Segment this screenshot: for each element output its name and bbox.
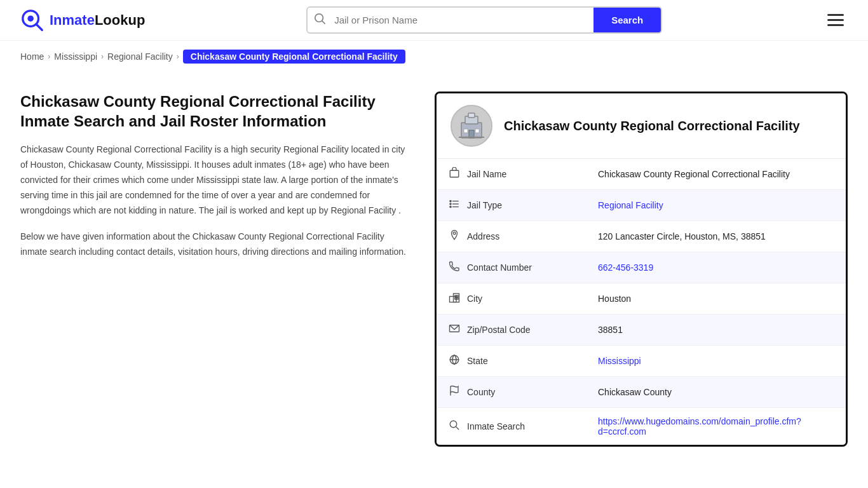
row-icon-1 bbox=[448, 198, 461, 212]
label-cell-1: Jail Type bbox=[437, 190, 587, 221]
breadcrumb-mississippi[interactable]: Mississippi bbox=[54, 51, 97, 62]
main-content: Chickasaw County Regional Correctional F… bbox=[0, 72, 868, 466]
value-link-8[interactable]: https://www.hugedomains.com/domain_profi… bbox=[598, 416, 801, 437]
label-cell-8: Inmate Search bbox=[437, 408, 587, 445]
breadcrumb-sep-3: › bbox=[177, 52, 179, 61]
svg-point-18 bbox=[450, 206, 451, 207]
value-cell-7: Chickasaw County bbox=[587, 377, 846, 408]
label-cell-0: Jail Name bbox=[437, 159, 587, 190]
svg-point-19 bbox=[453, 232, 456, 234]
table-row: Jail NameChickasaw County Regional Corre… bbox=[437, 159, 846, 190]
left-column: Chickasaw County Regional Correctional F… bbox=[20, 92, 412, 271]
value-cell-4: Houston bbox=[587, 283, 846, 315]
label-cell-5: Zip/Postal Code bbox=[437, 315, 587, 346]
svg-rect-9 bbox=[475, 129, 479, 133]
label-text-3: Contact Number bbox=[467, 262, 532, 273]
svg-rect-7 bbox=[468, 113, 475, 118]
breadcrumb-sep-1: › bbox=[48, 52, 50, 61]
label-text-0: Jail Name bbox=[467, 169, 506, 179]
svg-point-1 bbox=[27, 15, 34, 22]
value-cell-2: 120 Lancaster Circle, Houston, MS, 38851 bbox=[587, 221, 846, 252]
table-row: Contact Number662-456-3319 bbox=[437, 252, 846, 283]
value-link-6[interactable]: Mississippi bbox=[598, 356, 641, 366]
table-row: CountyChickasaw County bbox=[437, 377, 846, 408]
table-row: Zip/Postal Code38851 bbox=[437, 315, 846, 346]
breadcrumb-sep-2: › bbox=[101, 52, 104, 61]
breadcrumb-regional-facility[interactable]: Regional Facility bbox=[107, 51, 173, 62]
value-cell-6[interactable]: Mississippi bbox=[587, 346, 846, 377]
label-cell-4: City bbox=[437, 283, 587, 315]
site-header: InmateLookup Search bbox=[0, 0, 868, 41]
page-desc-2: Below we have given information about th… bbox=[20, 229, 412, 260]
info-card: Chickasaw County Regional Correctional F… bbox=[435, 92, 848, 447]
row-icon-5 bbox=[448, 323, 461, 337]
svg-rect-12 bbox=[450, 170, 459, 177]
table-row: Address120 Lancaster Circle, Houston, MS… bbox=[437, 221, 846, 252]
logo-link[interactable]: InmateLookup bbox=[20, 8, 145, 32]
table-row: StateMississippi bbox=[437, 346, 846, 377]
value-cell-0: Chickasaw County Regional Correctional F… bbox=[587, 159, 846, 190]
label-text-1: Jail Type bbox=[467, 200, 502, 210]
facility-avatar bbox=[451, 105, 492, 147]
value-link-3[interactable]: 662-456-3319 bbox=[598, 262, 653, 273]
label-cell-3: Contact Number bbox=[437, 252, 587, 283]
value-cell-1[interactable]: Regional Facility bbox=[587, 190, 846, 221]
row-icon-6 bbox=[448, 354, 461, 368]
card-title: Chickasaw County Regional Correctional F… bbox=[504, 119, 800, 133]
search-bar: Search bbox=[306, 6, 662, 34]
svg-line-32 bbox=[456, 427, 459, 430]
card-header: Chickasaw County Regional Correctional F… bbox=[437, 93, 846, 159]
svg-rect-25 bbox=[455, 298, 456, 299]
svg-line-2 bbox=[36, 24, 42, 30]
label-text-4: City bbox=[467, 294, 482, 304]
logo-icon bbox=[20, 8, 44, 32]
label-cell-2: Address bbox=[437, 221, 587, 252]
search-input[interactable] bbox=[332, 8, 593, 32]
breadcrumb-home[interactable]: Home bbox=[20, 51, 44, 62]
svg-line-4 bbox=[322, 21, 325, 24]
svg-rect-11 bbox=[459, 137, 484, 138]
svg-rect-26 bbox=[457, 298, 458, 299]
hamburger-menu[interactable] bbox=[824, 10, 848, 30]
search-bar-icon bbox=[308, 13, 332, 27]
building-icon bbox=[457, 111, 486, 140]
label-cell-6: State bbox=[437, 346, 587, 377]
table-row: Jail TypeRegional Facility bbox=[437, 190, 846, 221]
value-cell-8[interactable]: https://www.hugedomains.com/domain_profi… bbox=[587, 408, 846, 445]
info-table: Jail NameChickasaw County Regional Corre… bbox=[437, 159, 846, 445]
label-text-8: Inmate Search bbox=[467, 421, 525, 431]
table-row: Inmate Searchhttps://www.hugedomains.com… bbox=[437, 408, 846, 445]
label-text-2: Address bbox=[467, 231, 499, 241]
svg-point-17 bbox=[450, 203, 451, 205]
row-icon-3 bbox=[448, 261, 461, 274]
row-icon-2 bbox=[448, 229, 461, 243]
svg-rect-8 bbox=[464, 129, 468, 133]
value-cell-3[interactable]: 662-456-3319 bbox=[587, 252, 846, 283]
page-desc-1: Chickasaw County Regional Correctional F… bbox=[20, 142, 412, 218]
row-icon-0 bbox=[448, 167, 461, 181]
row-icon-7 bbox=[448, 385, 461, 399]
table-row: CityHouston bbox=[437, 283, 846, 315]
row-icon-8 bbox=[448, 419, 461, 433]
label-text-5: Zip/Postal Code bbox=[467, 325, 531, 335]
value-link-1[interactable]: Regional Facility bbox=[598, 200, 663, 210]
page-title: Chickasaw County Regional Correctional F… bbox=[20, 92, 412, 131]
search-button[interactable]: Search bbox=[593, 8, 661, 32]
label-cell-7: County bbox=[437, 377, 587, 408]
value-cell-5: 38851 bbox=[587, 315, 846, 346]
svg-point-16 bbox=[450, 200, 451, 201]
svg-rect-24 bbox=[457, 295, 458, 297]
label-text-6: State bbox=[467, 356, 488, 366]
label-text-7: County bbox=[467, 387, 495, 397]
logo-text: InmateLookup bbox=[50, 12, 145, 29]
breadcrumb: Home › Mississippi › Regional Facility ›… bbox=[0, 41, 868, 72]
breadcrumb-current: Chickasaw County Regional Correctional F… bbox=[183, 50, 405, 64]
row-icon-4 bbox=[448, 292, 461, 306]
